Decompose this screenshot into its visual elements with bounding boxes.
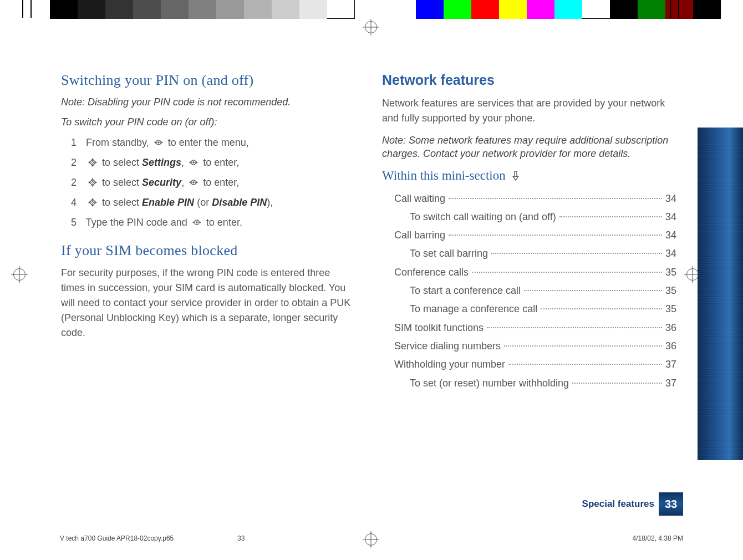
footer-date: 4/18/02, 4:38 PM [633, 534, 683, 542]
nav-center-icon [154, 134, 164, 144]
body-network-features: Network features are services that are p… [382, 96, 676, 126]
step-text: to enter, [203, 177, 239, 188]
nav-center-icon [192, 214, 202, 224]
step-number: 2 [71, 152, 83, 172]
footer-section-block: Special features 33 [582, 492, 683, 516]
steps-list: 1 From standby, to enter the menu, 2 to … [71, 133, 355, 232]
toc-page: 34 [665, 190, 676, 208]
toc-row: SIM toolkit functions36 [394, 319, 676, 337]
step-text: to select [102, 157, 139, 168]
color-ramp [416, 0, 721, 19]
registration-mark-icon [686, 268, 699, 281]
toc-label: To set (or reset) number withholding [410, 374, 569, 393]
step-text: to enter the menu, [168, 137, 249, 148]
step-2: 2 to select Settings, to enter, [71, 152, 355, 172]
toc-label: Call waiting [394, 190, 445, 208]
toc-leader-dots [449, 235, 662, 236]
toc-page: 34 [665, 245, 676, 263]
grayscale-ramp [50, 0, 355, 19]
toc-label: SIM toolkit functions [394, 319, 484, 337]
body-sim-blocked: For security purposes, if the wrong PIN … [61, 266, 355, 340]
step-bold: Settings [142, 157, 181, 168]
step-text: ), [267, 197, 273, 208]
toc-row: Call barring34 [394, 226, 676, 245]
step-5: 5 Type the PIN code and to enter. [71, 212, 355, 232]
toc-row: To manage a conference call35 [410, 300, 676, 318]
toc-row: To set (or reset) number withholding37 [410, 374, 676, 393]
step-3: 2 to select Security, to enter, [71, 172, 355, 192]
toc-row: Call waiting34 [394, 190, 676, 208]
footer-section-label: Special features [582, 498, 654, 510]
nav-updown-icon [88, 194, 98, 204]
toc-leader-dots [491, 253, 662, 254]
step-text: to enter, [203, 157, 239, 168]
toc-row: Conference calls35 [394, 263, 676, 282]
step-text: , [181, 157, 184, 168]
note-pin: Note: Disabling your PIN code is not rec… [61, 95, 355, 109]
toc-page: 36 [665, 337, 676, 355]
step-number: 1 [71, 133, 83, 152]
toc-row: To start a conference call35 [410, 282, 676, 300]
mini-section-toc: Call waiting34To switch call waiting on … [394, 190, 676, 393]
toc-page: 37 [665, 374, 676, 393]
page-number-chip: 33 [659, 492, 683, 516]
left-column: Switching your PIN on (and off) Note: Di… [61, 72, 355, 393]
registration-mark-icon [365, 21, 377, 33]
nav-center-icon [189, 174, 199, 184]
toc-leader-dots [449, 198, 662, 199]
registration-mark-icon [13, 268, 26, 281]
thumb-index-tab [698, 128, 743, 294]
toc-label: Withholding your number [394, 355, 505, 374]
crop-mark [22, 0, 23, 18]
right-column: Network features Network features are se… [382, 72, 676, 393]
step-text: Type the PIN code and [86, 217, 187, 228]
crop-mark [30, 0, 32, 18]
step-text: (or [197, 197, 209, 208]
step-number: 2 [71, 172, 83, 192]
step-text: to select [102, 197, 139, 208]
thumb-index-tab [698, 294, 743, 460]
heading-network-features: Network features [382, 72, 676, 88]
lead-pin: To switch your PIN code on (or off): [61, 116, 355, 128]
heading-mini-section: Within this mini-section [382, 169, 676, 183]
footer-filename: V tech a700 Guide APR18-02copy.p65 [60, 534, 174, 542]
toc-label: To manage a conference call [410, 300, 537, 318]
step-bold: Disable PIN [212, 197, 267, 208]
toc-label: To start a conference call [410, 282, 521, 300]
toc-leader-dots [508, 364, 662, 365]
toc-row: Service dialing numbers36 [394, 337, 676, 355]
nav-updown-icon [88, 154, 98, 164]
toc-row: Withholding your number37 [394, 355, 676, 374]
nav-updown-icon [88, 174, 98, 184]
step-number: 4 [71, 192, 83, 212]
toc-label: To switch call waiting on (and off) [410, 208, 556, 226]
toc-row: To set call barring34 [410, 245, 676, 263]
step-4: 4 to select Enable PIN (or Disable PIN), [71, 192, 355, 212]
step-1: 1 From standby, to enter the menu, [71, 133, 355, 152]
toc-leader-dots [541, 308, 662, 309]
toc-leader-dots [504, 345, 662, 347]
toc-page: 35 [665, 263, 676, 282]
step-text: to select [102, 177, 139, 188]
heading-switching-pin: Switching your PIN on (and off) [61, 72, 355, 89]
step-text: From standby, [86, 137, 149, 148]
heading-mini-section-label: Within this mini-section [382, 169, 506, 182]
crop-mark [670, 0, 671, 18]
toc-leader-dots [472, 272, 662, 273]
toc-label: Conference calls [394, 263, 469, 282]
heading-sim-blocked: If your SIM becomes blocked [61, 242, 355, 259]
step-text: , [181, 177, 184, 188]
toc-row: To switch call waiting on (and off)34 [410, 208, 676, 226]
print-registration-bar [0, 0, 743, 22]
toc-page: 34 [665, 208, 676, 226]
toc-leader-dots [524, 290, 662, 291]
toc-leader-dots [572, 383, 662, 384]
toc-page: 35 [665, 300, 676, 318]
toc-page: 35 [665, 282, 676, 300]
crop-mark [678, 0, 679, 18]
page-content: Switching your PIN on (and off) Note: Di… [61, 72, 676, 393]
toc-leader-dots [487, 327, 662, 328]
arrow-down-icon [512, 170, 520, 180]
footer-fileinfo: V tech a700 Guide APR18-02copy.p65 33 4/… [60, 534, 683, 542]
toc-page: 34 [665, 226, 676, 245]
